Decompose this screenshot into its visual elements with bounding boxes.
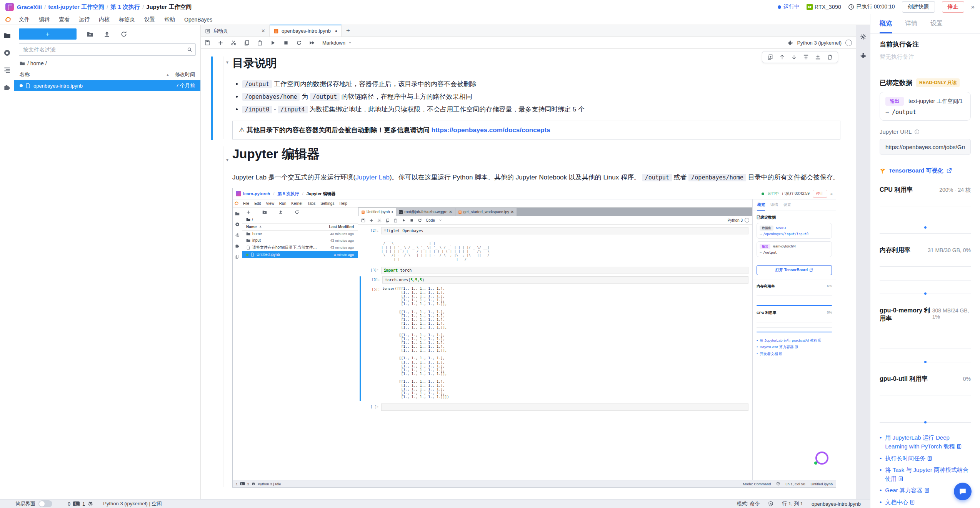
markdown-cell-jupyter-editor[interactable]: ▾ Jupyter 编辑器 Jupyter Lab 是一个交互式的开发运行环境(…	[211, 146, 840, 488]
code-chip: /output	[242, 80, 272, 88]
new-launcher-button[interactable]: +	[19, 28, 77, 40]
cut-cell-icon[interactable]	[231, 40, 237, 46]
breadcrumb-run[interactable]: 第 1 次执行	[110, 3, 140, 11]
gpu-label: RTX_3090	[815, 4, 841, 10]
tab-launcher[interactable]: 启动页 ✕	[201, 25, 270, 37]
cell-collapser[interactable]	[223, 146, 223, 487]
menu-kernel[interactable]: 内核	[95, 15, 114, 24]
sort-caret-icon[interactable]: ▲	[166, 73, 170, 77]
selected-cell-bar[interactable]	[211, 56, 213, 140]
breadcrumb-workspace[interactable]: text-jupyter 工作空间	[48, 3, 104, 11]
doc-icon	[795, 345, 798, 349]
tab-details[interactable]: 详情	[905, 20, 917, 33]
docs-concepts-link[interactable]: https://openbayes.com/docs/concepts	[432, 126, 550, 134]
menu-run[interactable]: 运行	[75, 15, 94, 24]
memory-sparkline	[880, 260, 971, 297]
simple-interface-toggle[interactable]	[38, 500, 52, 507]
info-icon[interactable]	[914, 129, 920, 134]
sessions-indicator[interactable]: 0 $_ 1	[68, 501, 93, 507]
bullet-input-paths: /input0 - /input4 为数据集绑定地址，此地址为只读权限，不会占用…	[242, 105, 840, 114]
running-sessions-icon[interactable]	[3, 49, 11, 56]
help-link-pytorch-tutorial[interactable]: 用 JupyterLab 运行 Deep Learning with PyTor…	[885, 433, 971, 451]
embed-output-card: 输出learn-pytorch/4 →/output	[757, 241, 832, 257]
new-folder-icon[interactable]	[87, 31, 93, 38]
collapse-panel-icon[interactable]: »	[971, 3, 975, 11]
debugger-icon[interactable]	[787, 40, 793, 46]
mode-label: 模式: 命令	[737, 500, 760, 507]
heading-collapser-icon[interactable]: ▾	[226, 157, 228, 163]
modified-column-header[interactable]: 修改时间	[175, 71, 195, 78]
debugger-sidebar-icon[interactable]	[860, 52, 867, 59]
paste-cell-icon[interactable]	[257, 40, 263, 46]
help-link-gear[interactable]: Gear 算力容器	[885, 486, 930, 495]
menu-view[interactable]: 查看	[55, 15, 74, 24]
metric-gpu-memory: gpu-0-memory 利用率308 MB/24 GB, 1%	[870, 297, 980, 365]
panel-tabs: 概览 详情 设置	[870, 14, 980, 34]
run-cell-icon[interactable]	[270, 40, 276, 46]
embed-tab-bar: Untitled.ipynb ● root@job-feisuzhu-wggre	[358, 208, 752, 216]
kernel-name[interactable]: Python 3 (ipykernel)	[797, 40, 842, 46]
chat-bubble-button[interactable]	[954, 483, 972, 500]
create-snapshot-button[interactable]: 创建快照	[902, 1, 935, 13]
jupyterlab-logo-icon	[5, 16, 12, 23]
embed-python-file-icon	[458, 210, 462, 214]
statusbar-filename: openbayes-intro.ipynb	[812, 501, 861, 507]
menu-tabs[interactable]: 标签页	[115, 15, 139, 24]
current-path[interactable]: / home /	[27, 60, 47, 66]
copy-cell-icon[interactable]	[244, 40, 250, 46]
table-of-contents-icon[interactable]	[3, 66, 11, 74]
menu-file[interactable]: 文件	[15, 15, 34, 24]
name-column-header[interactable]: 名称	[20, 71, 30, 78]
help-link-long-tasks[interactable]: 执行长时间任务	[885, 454, 932, 463]
openbayes-logo[interactable]	[5, 3, 14, 11]
run-all-icon[interactable]	[309, 40, 315, 46]
jupyterlab-link[interactable]: Jupyter Lab	[355, 174, 390, 181]
kernel-status-icon	[845, 40, 852, 46]
new-tab-button[interactable]: +	[342, 27, 355, 35]
menu-help[interactable]: 帮助	[160, 15, 179, 24]
close-tab-icon[interactable]: ✕	[261, 28, 265, 34]
help-link-docs-center[interactable]: 文档中心	[885, 498, 915, 506]
jupyter-url-input[interactable]	[885, 143, 966, 151]
tab-overview[interactable]: 概览	[880, 20, 892, 33]
markdown-cell-directory-notes[interactable]: ▾ 目录说明 /output 工作空间内的数据保存地址，容器停止后，该目录中的内…	[211, 56, 840, 139]
filter-files-input[interactable]	[22, 46, 187, 53]
heading-collapser-icon[interactable]: ▾	[226, 60, 228, 65]
tab-settings[interactable]: 设置	[930, 20, 943, 33]
cell-collapser[interactable]	[223, 56, 223, 139]
kernel-status-label[interactable]: Python 3 (ipykernel) | 空闲	[103, 500, 162, 507]
restart-kernel-icon[interactable]	[296, 40, 302, 46]
doc-icon	[957, 444, 962, 449]
embed-file-browser: / Name ▲ Last Modified	[242, 208, 358, 480]
menu-edit[interactable]: 编辑	[35, 15, 54, 24]
menu-openbayes[interactable]: OpenBayes	[180, 15, 217, 24]
home-folder-icon[interactable]	[20, 61, 25, 66]
embed-file-row: 请将文件存在home目录下,当前文件夹下的文件不会...43 minutes a…	[242, 244, 358, 251]
warning-box: ⚠ 其他目录下的内容在容器关闭后会被自动删除！更多信息请访问 https://o…	[232, 121, 840, 139]
save-icon[interactable]	[205, 40, 210, 46]
output-badge: 输出	[885, 97, 904, 106]
embed-cells-area: [2]: !figlet Openbayes ___	[358, 225, 752, 480]
extensions-icon[interactable]	[3, 84, 11, 91]
jupyterlab-menubar: 文件 编辑 查看 运行 内核 标签页 设置 帮助 OpenBayes	[0, 14, 870, 25]
upload-icon[interactable]	[103, 31, 110, 38]
property-inspector-icon[interactable]	[860, 33, 867, 40]
interrupt-kernel-icon[interactable]	[283, 40, 289, 46]
embed-tab-overview: 概览	[757, 202, 765, 211]
cell-type-dropdown[interactable]: Markdown	[322, 40, 352, 46]
doc-icon	[910, 500, 915, 505]
menu-settings[interactable]: 设置	[140, 15, 159, 24]
tab-notebook[interactable]: openbayes-intro.ipynb ●	[270, 25, 342, 37]
add-cell-icon[interactable]	[218, 40, 223, 46]
file-browser-icon[interactable]	[3, 32, 11, 39]
stop-button[interactable]: 停止	[942, 1, 964, 13]
refresh-icon[interactable]	[120, 31, 127, 38]
file-row-selected[interactable]: openbayes-intro.ipynb 7 个月前	[14, 80, 200, 91]
embed-extensions-icon	[235, 244, 240, 248]
help-link-task-jupyter[interactable]: 将 Task 与 Jupyter 两种模式结合使用	[885, 465, 971, 483]
breadcrumb-user[interactable]: GraceXiii	[17, 4, 42, 10]
tensorboard-link[interactable]: TensorBoard 可视化	[889, 167, 943, 174]
section-heading: Jupyter 编辑器	[232, 146, 840, 163]
cursor-position-label[interactable]: 行 1, 列 1	[782, 500, 803, 507]
trust-shield-icon[interactable]	[768, 501, 773, 506]
